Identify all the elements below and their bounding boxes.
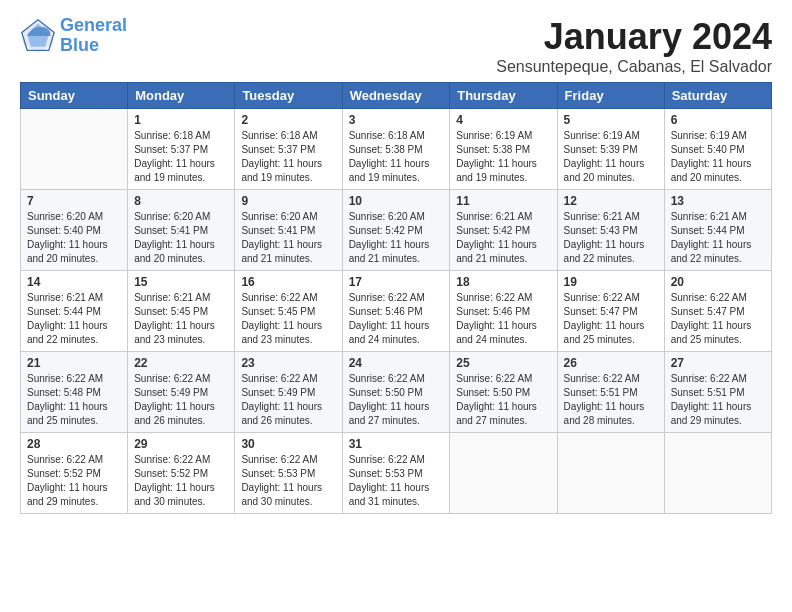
- calendar-cell: 22 Sunrise: 6:22 AM Sunset: 5:49 PM Dayl…: [128, 352, 235, 433]
- sunrise-text: Sunrise: 6:22 AM: [564, 373, 640, 384]
- sunset-text: Sunset: 5:37 PM: [134, 144, 208, 155]
- day-number: 6: [671, 113, 765, 127]
- day-number: 27: [671, 356, 765, 370]
- calendar-week-2: 14 Sunrise: 6:21 AM Sunset: 5:44 PM Dayl…: [21, 271, 772, 352]
- daylight-text: Daylight: 11 hours and 21 minutes.: [456, 239, 537, 264]
- calendar-cell: 3 Sunrise: 6:18 AM Sunset: 5:38 PM Dayli…: [342, 109, 450, 190]
- sunrise-text: Sunrise: 6:22 AM: [564, 292, 640, 303]
- calendar-cell: [21, 109, 128, 190]
- day-number: 26: [564, 356, 658, 370]
- sunset-text: Sunset: 5:49 PM: [134, 387, 208, 398]
- day-number: 8: [134, 194, 228, 208]
- sunrise-text: Sunrise: 6:21 AM: [134, 292, 210, 303]
- daylight-text: Daylight: 11 hours and 22 minutes.: [671, 239, 752, 264]
- sunrise-text: Sunrise: 6:22 AM: [671, 373, 747, 384]
- sunset-text: Sunset: 5:46 PM: [349, 306, 423, 317]
- sunrise-text: Sunrise: 6:22 AM: [241, 292, 317, 303]
- day-number: 11: [456, 194, 550, 208]
- day-number: 29: [134, 437, 228, 451]
- day-number: 3: [349, 113, 444, 127]
- calendar-cell: 30 Sunrise: 6:22 AM Sunset: 5:53 PM Dayl…: [235, 433, 342, 514]
- sunset-text: Sunset: 5:52 PM: [27, 468, 101, 479]
- day-number: 5: [564, 113, 658, 127]
- logo-text-block: General Blue: [60, 16, 127, 56]
- calendar-cell: 16 Sunrise: 6:22 AM Sunset: 5:45 PM Dayl…: [235, 271, 342, 352]
- daylight-text: Daylight: 11 hours and 30 minutes.: [241, 482, 322, 507]
- sunset-text: Sunset: 5:53 PM: [241, 468, 315, 479]
- day-number: 7: [27, 194, 121, 208]
- sunset-text: Sunset: 5:38 PM: [456, 144, 530, 155]
- calendar-cell: 6 Sunrise: 6:19 AM Sunset: 5:40 PM Dayli…: [664, 109, 771, 190]
- calendar-table: Sunday Monday Tuesday Wednesday Thursday…: [20, 82, 772, 514]
- logo-name: General Blue: [60, 16, 127, 56]
- day-number: 16: [241, 275, 335, 289]
- col-sunday: Sunday: [21, 83, 128, 109]
- col-monday: Monday: [128, 83, 235, 109]
- logo: General Blue: [20, 16, 127, 56]
- col-thursday: Thursday: [450, 83, 557, 109]
- sunset-text: Sunset: 5:40 PM: [671, 144, 745, 155]
- sunset-text: Sunset: 5:37 PM: [241, 144, 315, 155]
- daylight-text: Daylight: 11 hours and 22 minutes.: [27, 320, 108, 345]
- day-number: 2: [241, 113, 335, 127]
- calendar-header-row: Sunday Monday Tuesday Wednesday Thursday…: [21, 83, 772, 109]
- calendar-cell: 11 Sunrise: 6:21 AM Sunset: 5:42 PM Dayl…: [450, 190, 557, 271]
- col-wednesday: Wednesday: [342, 83, 450, 109]
- sunset-text: Sunset: 5:53 PM: [349, 468, 423, 479]
- daylight-text: Daylight: 11 hours and 23 minutes.: [241, 320, 322, 345]
- daylight-text: Daylight: 11 hours and 25 minutes.: [564, 320, 645, 345]
- daylight-text: Daylight: 11 hours and 19 minutes.: [456, 158, 537, 183]
- calendar-cell: 14 Sunrise: 6:21 AM Sunset: 5:44 PM Dayl…: [21, 271, 128, 352]
- day-number: 19: [564, 275, 658, 289]
- location-subtitle: Sensuntepeque, Cabanas, El Salvador: [496, 58, 772, 76]
- calendar-cell: 25 Sunrise: 6:22 AM Sunset: 5:50 PM Dayl…: [450, 352, 557, 433]
- sunset-text: Sunset: 5:52 PM: [134, 468, 208, 479]
- sunrise-text: Sunrise: 6:22 AM: [671, 292, 747, 303]
- calendar-cell: [664, 433, 771, 514]
- sunset-text: Sunset: 5:47 PM: [671, 306, 745, 317]
- daylight-text: Daylight: 11 hours and 22 minutes.: [564, 239, 645, 264]
- sunrise-text: Sunrise: 6:20 AM: [27, 211, 103, 222]
- sunset-text: Sunset: 5:49 PM: [241, 387, 315, 398]
- sunrise-text: Sunrise: 6:22 AM: [134, 373, 210, 384]
- day-number: 20: [671, 275, 765, 289]
- daylight-text: Daylight: 11 hours and 29 minutes.: [671, 401, 752, 426]
- daylight-text: Daylight: 11 hours and 20 minutes.: [564, 158, 645, 183]
- daylight-text: Daylight: 11 hours and 19 minutes.: [241, 158, 322, 183]
- sunrise-text: Sunrise: 6:22 AM: [27, 373, 103, 384]
- sunset-text: Sunset: 5:41 PM: [134, 225, 208, 236]
- sunrise-text: Sunrise: 6:18 AM: [349, 130, 425, 141]
- sunrise-text: Sunrise: 6:19 AM: [671, 130, 747, 141]
- day-number: 9: [241, 194, 335, 208]
- sunset-text: Sunset: 5:41 PM: [241, 225, 315, 236]
- sunset-text: Sunset: 5:39 PM: [564, 144, 638, 155]
- sunrise-text: Sunrise: 6:22 AM: [241, 373, 317, 384]
- day-number: 15: [134, 275, 228, 289]
- calendar-cell: 21 Sunrise: 6:22 AM Sunset: 5:48 PM Dayl…: [21, 352, 128, 433]
- day-number: 12: [564, 194, 658, 208]
- col-saturday: Saturday: [664, 83, 771, 109]
- sunset-text: Sunset: 5:47 PM: [564, 306, 638, 317]
- calendar-cell: 29 Sunrise: 6:22 AM Sunset: 5:52 PM Dayl…: [128, 433, 235, 514]
- calendar-cell: 17 Sunrise: 6:22 AM Sunset: 5:46 PM Dayl…: [342, 271, 450, 352]
- calendar-cell: 4 Sunrise: 6:19 AM Sunset: 5:38 PM Dayli…: [450, 109, 557, 190]
- daylight-text: Daylight: 11 hours and 20 minutes.: [27, 239, 108, 264]
- day-number: 28: [27, 437, 121, 451]
- day-number: 21: [27, 356, 121, 370]
- calendar-cell: 26 Sunrise: 6:22 AM Sunset: 5:51 PM Dayl…: [557, 352, 664, 433]
- calendar-cell: 5 Sunrise: 6:19 AM Sunset: 5:39 PM Dayli…: [557, 109, 664, 190]
- sunrise-text: Sunrise: 6:20 AM: [349, 211, 425, 222]
- sunrise-text: Sunrise: 6:22 AM: [27, 454, 103, 465]
- calendar-week-0: 1 Sunrise: 6:18 AM Sunset: 5:37 PM Dayli…: [21, 109, 772, 190]
- calendar-cell: 31 Sunrise: 6:22 AM Sunset: 5:53 PM Dayl…: [342, 433, 450, 514]
- calendar-cell: 10 Sunrise: 6:20 AM Sunset: 5:42 PM Dayl…: [342, 190, 450, 271]
- logo-icon: [20, 18, 56, 54]
- daylight-text: Daylight: 11 hours and 21 minutes.: [241, 239, 322, 264]
- sunset-text: Sunset: 5:44 PM: [27, 306, 101, 317]
- sunset-text: Sunset: 5:46 PM: [456, 306, 530, 317]
- daylight-text: Daylight: 11 hours and 19 minutes.: [134, 158, 215, 183]
- calendar-cell: 27 Sunrise: 6:22 AM Sunset: 5:51 PM Dayl…: [664, 352, 771, 433]
- sunset-text: Sunset: 5:51 PM: [564, 387, 638, 398]
- calendar-cell: 28 Sunrise: 6:22 AM Sunset: 5:52 PM Dayl…: [21, 433, 128, 514]
- day-number: 10: [349, 194, 444, 208]
